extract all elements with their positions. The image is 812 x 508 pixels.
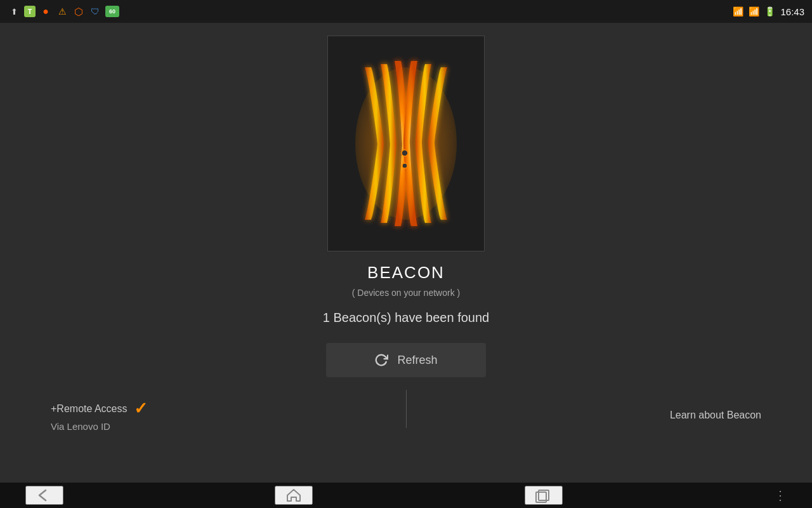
refresh-label: Refresh xyxy=(397,354,437,367)
status-bar: ⬆ T ● ⚠ ⬡ 🛡 60 📶 📶 🔋 16:43 xyxy=(0,0,812,23)
home-icon xyxy=(285,488,303,503)
orange-circle-icon: ● xyxy=(39,5,52,18)
recent-apps-button[interactable] xyxy=(525,486,563,505)
beacon-image xyxy=(327,36,485,251)
remote-access-row: +Remote Access ✓ xyxy=(51,399,148,418)
home-button[interactable] xyxy=(275,486,313,505)
refresh-button[interactable]: Refresh xyxy=(326,343,486,377)
avast-icon: ⬡ xyxy=(72,5,85,18)
back-button[interactable] xyxy=(25,486,63,505)
warning-icon: ⚠ xyxy=(56,5,69,18)
tasker-icon: T xyxy=(24,6,36,17)
battery-icon: 🔋 xyxy=(764,6,775,17)
svg-point-2 xyxy=(402,163,407,168)
beacon-subtitle: ( Devices on your network ) xyxy=(352,288,460,298)
nav-bar: ⋮ xyxy=(0,483,812,508)
overflow-menu-button[interactable]: ⋮ xyxy=(774,488,787,503)
sixty-icon: 60 xyxy=(105,6,119,17)
signal-icon: 📶 xyxy=(749,6,759,17)
status-bar-left: ⬆ T ● ⚠ ⬡ 🛡 60 xyxy=(8,5,119,18)
found-text: 1 Beacon(s) have been found xyxy=(323,311,489,325)
beacon-graphic xyxy=(349,48,463,239)
usb-icon: ⬆ xyxy=(8,5,20,18)
via-lenovo-text: Via Lenovo ID xyxy=(51,421,110,432)
main-content: BEACON ( Devices on your network ) 1 Bea… xyxy=(0,23,812,483)
wifi-icon: 📶 xyxy=(733,6,743,17)
bottom-row: +Remote Access ✓ Via Lenovo ID Learn abo… xyxy=(0,399,812,432)
refresh-icon xyxy=(374,353,388,367)
time-display: 16:43 xyxy=(780,6,804,17)
shield-icon: 🛡 xyxy=(89,5,102,18)
status-bar-right: 📶 📶 🔋 16:43 xyxy=(733,6,804,17)
checkmark-icon: ✓ xyxy=(134,399,148,418)
remote-access-section: +Remote Access ✓ Via Lenovo ID xyxy=(51,399,148,432)
remote-access-text: +Remote Access xyxy=(51,403,128,415)
recent-apps-icon xyxy=(534,488,554,503)
svg-point-1 xyxy=(402,150,408,156)
learn-beacon-link[interactable]: Learn about Beacon xyxy=(670,410,761,421)
back-icon xyxy=(36,488,53,503)
beacon-title: BEACON xyxy=(367,263,445,283)
